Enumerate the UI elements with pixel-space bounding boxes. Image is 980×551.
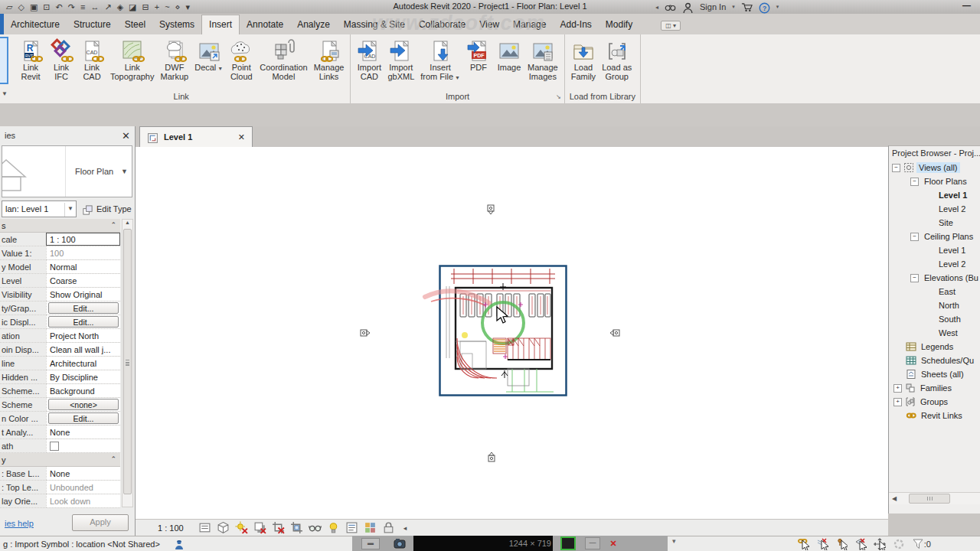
property-value[interactable]: Normal xyxy=(46,260,120,273)
ribbon-tab-structure[interactable]: Structure xyxy=(67,15,118,34)
sun-path-icon[interactable] xyxy=(235,521,248,534)
edit-type-button[interactable]: Edit Type xyxy=(82,204,132,214)
visual-style-icon[interactable] xyxy=(217,521,230,534)
tree-item-floor-plans[interactable]: −Floor Plans xyxy=(889,174,980,188)
editing-requests-icon[interactable] xyxy=(174,539,185,550)
ribbon-button-dwf-markup[interactable]: DWFMarkup xyxy=(158,37,192,82)
tree-item-east[interactable]: East xyxy=(889,285,980,298)
project-browser-hscrollbar[interactable]: ◀ xyxy=(889,492,980,504)
tree-item-elevations-bu[interactable]: −Elevations (Bu xyxy=(889,271,980,285)
property-edit-button[interactable]: <none> xyxy=(48,399,119,410)
ribbon-button-load-as-group[interactable]: Load asGroup xyxy=(599,37,635,82)
move-icon[interactable]: + xyxy=(155,1,159,13)
project-browser-scroll-thumb[interactable] xyxy=(909,494,950,504)
ribbon-button-manage-links[interactable]: ManageLinks xyxy=(311,37,348,82)
tree-item-site[interactable]: Site xyxy=(889,216,980,230)
ribbon-tab-manage[interactable]: Manage xyxy=(506,15,553,34)
recorder-dropdown-icon[interactable]: ▾ xyxy=(672,537,676,545)
property-edit-button[interactable]: Edit... xyxy=(48,412,119,424)
recorder-pause-button[interactable]: — xyxy=(585,537,600,549)
sign-in-button[interactable]: Sign In xyxy=(700,2,726,11)
plumb-icon[interactable]: ◇ xyxy=(18,1,24,13)
view-scale-button[interactable]: 1 : 100 xyxy=(158,523,184,533)
project-browser-title[interactable]: Project Browser - Proj... xyxy=(889,146,980,159)
property-edit-button[interactable]: Edit... xyxy=(48,316,119,328)
temporary-hide-isolate-icon[interactable] xyxy=(309,521,322,534)
tree-item-level-1[interactable]: Level 1 xyxy=(889,188,980,202)
tree-expand-icon[interactable]: + xyxy=(893,384,902,393)
ribbon-button-import-gbxml[interactable]: ImportgbXML xyxy=(384,37,417,82)
view-bar-collapse-icon[interactable]: ◂ xyxy=(403,524,407,532)
ribbon-button-point-cloud[interactable]: PointCloud xyxy=(226,37,256,82)
tree-expand-icon[interactable]: − xyxy=(910,178,919,186)
property-checkbox[interactable] xyxy=(50,442,59,451)
type-selector[interactable]: Floor Plan ▼ xyxy=(2,145,132,197)
tree-expand-icon[interactable]: + xyxy=(893,398,902,406)
property-value-input[interactable]: 1 : 100 xyxy=(46,233,120,246)
ribbon-button-insert-from-file[interactable]: Insertfrom File▼ xyxy=(417,37,463,83)
modify-button-partial[interactable] xyxy=(0,37,8,84)
tree-item-schedules-qu[interactable]: Schedules/Qu xyxy=(889,354,980,367)
instance-combo[interactable]: lan: Level 1 ▼ xyxy=(2,201,77,217)
tree-item-west[interactable]: West xyxy=(889,326,980,340)
ribbon-tab-modify[interactable]: Modify xyxy=(599,15,639,34)
property-value[interactable]: Project North xyxy=(46,329,120,342)
store-cart-icon[interactable] xyxy=(741,2,753,12)
property-group-header[interactable]: s⌃ xyxy=(0,219,120,233)
tree-item-level-2[interactable]: Level 2 xyxy=(889,202,980,216)
dropdown-arrow-icon[interactable]: ▼ xyxy=(455,75,460,80)
ribbon-button-import-cad[interactable]: CADImportCAD xyxy=(354,37,384,82)
scrollbar-up-icon[interactable]: ▲ xyxy=(122,220,132,227)
tree-expand-icon[interactable]: − xyxy=(892,164,900,172)
ribbon-button-manage-images[interactable]: ManageImages xyxy=(524,37,561,82)
elevation-marker-south[interactable] xyxy=(485,451,498,463)
ribbon-tab-systems[interactable]: Systems xyxy=(152,15,201,34)
tree-item-legends[interactable]: Legends xyxy=(889,340,980,354)
property-group-header[interactable]: y⌃ xyxy=(0,453,120,467)
tree-item-families[interactable]: +Families xyxy=(889,381,980,395)
tree-expand-icon[interactable]: − xyxy=(910,233,919,241)
property-value[interactable]: None xyxy=(46,467,120,480)
apply-button[interactable]: Apply xyxy=(72,514,129,531)
tree-item-ceiling-plans[interactable]: −Ceiling Plans xyxy=(889,230,980,243)
tag-icon[interactable]: ⊟ xyxy=(142,1,149,13)
property-value[interactable]: None xyxy=(46,425,120,439)
select-underlay-elements-icon[interactable] xyxy=(816,538,828,550)
reveal-hidden-elements-icon[interactable] xyxy=(327,521,340,534)
ribbon-button-coordination-model[interactable]: CoordinationModel xyxy=(256,37,310,82)
modify-lines-icon[interactable]: ≡ xyxy=(80,1,85,13)
dialog-launcher-icon[interactable]: ↘ xyxy=(556,93,561,100)
crop-view-icon[interactable] xyxy=(272,521,285,534)
view-tab-level-1[interactable]: Level 1 ✕ xyxy=(139,126,253,147)
sync-icon[interactable]: ⊡ xyxy=(43,1,50,13)
elevation-marker-west[interactable] xyxy=(359,327,371,339)
ribbon-tab-steel[interactable]: Steel xyxy=(118,15,152,34)
ribbon-button-decal[interactable]: Decal▼ xyxy=(191,37,226,74)
scroll-left-icon[interactable]: ◀ xyxy=(889,495,900,502)
drag-elements-on-selection-icon[interactable] xyxy=(874,538,886,550)
view-tab-close-icon[interactable]: ✕ xyxy=(238,132,245,142)
thin-lines-icon[interactable]: ⋄ xyxy=(175,1,181,13)
tree-item-north[interactable]: North xyxy=(889,298,980,312)
properties-close-icon[interactable]: ✕ xyxy=(122,130,130,142)
sign-in-icon[interactable] xyxy=(682,2,694,12)
save-icon[interactable]: ▣ xyxy=(30,1,38,13)
properties-scrollbar[interactable]: ▲ xyxy=(122,219,133,507)
elevation-marker-east[interactable] xyxy=(609,327,621,339)
ribbon-display-toggle[interactable]: ◫ ▾ xyxy=(661,21,681,31)
ribbon-button-pdf[interactable]: PDFPDF xyxy=(463,37,494,73)
ribbon-tab-massing-site[interactable]: Massing & Site xyxy=(337,15,412,34)
instance-combo-dropdown-icon[interactable]: ▼ xyxy=(64,203,75,217)
property-value[interactable]: Coarse xyxy=(46,274,120,287)
tree-item-level-1[interactable]: Level 1 xyxy=(889,243,980,257)
properties-header[interactable]: ies ✕ xyxy=(0,126,135,145)
tree-item-groups[interactable]: +Groups xyxy=(889,395,980,409)
property-edit-button[interactable]: Edit... xyxy=(48,302,119,314)
redo-icon[interactable]: ↷ xyxy=(68,1,75,13)
help-dropdown-icon[interactable]: ▾ xyxy=(776,4,779,10)
filter-icon[interactable] xyxy=(912,538,924,550)
dropdown-arrow-icon[interactable]: ▼ xyxy=(217,66,223,71)
ribbon-tab-add-ins[interactable]: Add-Ins xyxy=(553,15,598,34)
collapse-chevron-icon[interactable]: ⌃ xyxy=(110,453,120,466)
property-value[interactable]: By Discipline xyxy=(46,370,120,383)
